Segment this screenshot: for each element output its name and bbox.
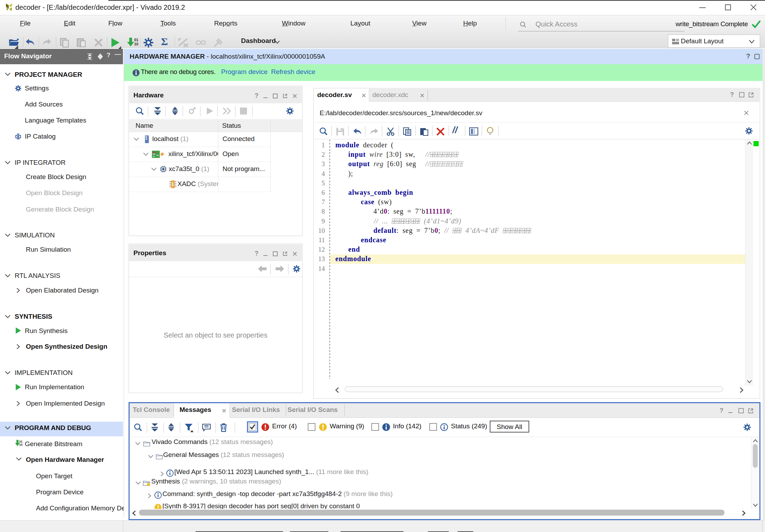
svg-text:?: ?	[720, 407, 723, 414]
svg-text:10: 10	[19, 443, 23, 446]
svg-text:?: ?	[730, 91, 734, 98]
svg-text:10: 10	[134, 42, 138, 46]
svg-text:01: 01	[134, 38, 138, 42]
svg-text:I: I	[172, 182, 174, 187]
